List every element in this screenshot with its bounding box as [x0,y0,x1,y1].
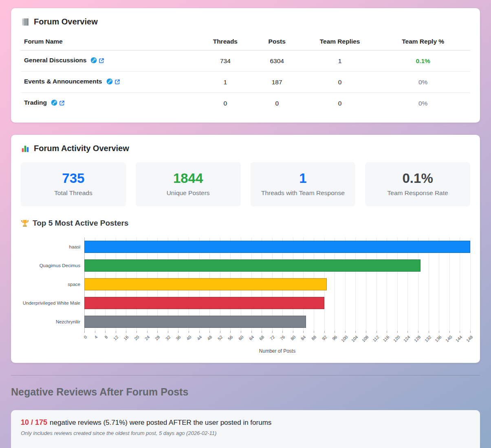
bar-category-label: Underprivileged White Male [21,294,84,312]
tick-mark [251,331,252,333]
notebook-icon [21,18,30,26]
tick-mark [137,331,137,333]
forum-overview-card: Forum Overview Forum Name Threads Posts … [11,8,480,123]
posts-cell: 6304 [250,51,304,72]
chart-plot-area [84,237,470,331]
forum-activity-card: Forum Activity Overview 735Total Threads… [11,135,480,363]
forum-name-cell: General Discussions [21,51,200,72]
bar-category-label: Quagimus Decimus [21,256,84,275]
tick-mark [460,331,460,333]
tick-mark [377,331,377,333]
tick-mark [293,331,293,333]
tick-mark [189,331,189,333]
tick-mark [116,331,116,333]
negative-reviews-summary: 10 / 175negative reviews (5.71%) were po… [21,418,470,427]
tick-mark [178,331,178,333]
tick-mark [147,331,148,333]
tick-mark [470,331,471,333]
forum-overview-title: Forum Overview [21,17,470,26]
chart-x-axis: 0481216202428323640444852566064687276808… [84,331,470,347]
bar-space [84,278,327,290]
external-link-icon[interactable] [99,58,104,65]
tick-mark [157,331,158,333]
tick-mark [209,331,210,333]
external-link-icon[interactable] [114,79,120,86]
threads-cell: 0 [200,93,250,114]
tick-mark [105,331,106,333]
chart-body: haasiQuagimus DecimusspaceUnderprivilege… [21,237,470,331]
tick-mark [314,331,314,333]
team-replies-cell: 0 [304,93,376,114]
tick-mark [282,331,283,333]
tick-mark [272,331,273,333]
bar-haasi [84,241,470,253]
forum-activity-title: Forum Activity Overview [21,144,470,153]
tick-mark [335,331,335,333]
top-posters-chart: haasiQuagimus DecimusspaceUnderprivilege… [21,237,470,354]
stats-grid: 735Total Threads1844Unique Posters1Threa… [21,162,470,206]
tick-mark [220,331,220,333]
tick-mark [230,331,231,333]
posts-cell: 0 [250,93,304,114]
forum-table-row: Trading0000% [21,93,470,114]
stat-box: 735Total Threads [21,162,126,206]
col-header-team-reply-pct: Team Reply % [376,33,470,51]
stat-label: Threads with Team Response [255,189,351,197]
section-divider [11,375,480,376]
steam-icon[interactable] [106,78,113,86]
tick-mark [387,331,387,333]
stat-value: 735 [26,171,121,186]
team-reply-pct-cell: 0% [376,93,470,114]
forum-name-cell: Events & Announcements [21,72,200,93]
team-replies-cell: 0 [304,72,376,93]
stat-label: Total Threads [26,189,121,197]
forum-activity-title-text: Forum Activity Overview [34,144,129,153]
forum-table-header-row: Forum Name Threads Posts Team Replies Te… [21,33,470,51]
forum-table-row: General Discussions734630410.1% [21,51,470,72]
tick-mark [241,331,241,333]
col-header-team-replies: Team Replies [304,33,376,51]
stat-box: 1Threads with Team Response [251,162,356,206]
tick-mark [168,331,168,333]
bar-chart-icon [21,144,30,153]
stat-box: 0.1%Team Response Rate [365,162,470,206]
tick-mark [95,331,95,333]
tick-mark [418,331,418,333]
top-posters-heading: Top 5 Most Active Posters [21,219,470,228]
tick-mark [355,331,356,333]
stat-label: Team Response Rate [370,189,465,197]
steam-icon[interactable] [90,57,97,65]
chart-category-labels: haasiQuagimus DecimusspaceUnderprivilege… [21,237,84,331]
forum-overview-table: Forum Name Threads Posts Team Replies Te… [21,33,470,114]
bar-category-label: space [21,275,84,294]
tick-mark [407,331,408,333]
tick-mark [397,331,398,333]
bar-category-label: haasi [21,237,84,256]
stat-value: 0.1% [370,171,465,186]
tick-mark [84,331,85,333]
tick-mark [303,331,304,333]
negative-reviews-summary-text: negative reviews (5.71%) were posted AFT… [50,419,271,426]
steam-icon[interactable] [51,99,57,108]
forum-table-row: Events & Announcements118700% [21,72,470,93]
stat-label: Unique Posters [141,189,236,197]
forum-name-cell: Trading [21,93,200,114]
chart-x-axis-label: Number of Posts [84,348,470,354]
col-header-threads: Threads [200,33,250,51]
forum-name: Events & Announcements [24,78,102,85]
team-reply-pct-cell: 0% [376,72,470,93]
trophy-icon [21,219,29,227]
posts-cell: 187 [250,72,304,93]
forum-overview-title-text: Forum Overview [34,17,98,26]
tick-mark [262,331,262,333]
tick-mark [126,331,126,333]
tick-mark [366,331,366,333]
external-link-icon[interactable] [59,100,65,108]
forum-name: General Discussions [24,57,86,64]
tick-mark [429,331,429,333]
stat-box: 1844Unique Posters [136,162,241,206]
team-reply-pct-cell: 0.1% [376,51,470,72]
tick-mark [439,331,439,333]
bar-underprivileged-white-male [84,297,324,309]
threads-cell: 734 [200,51,250,72]
